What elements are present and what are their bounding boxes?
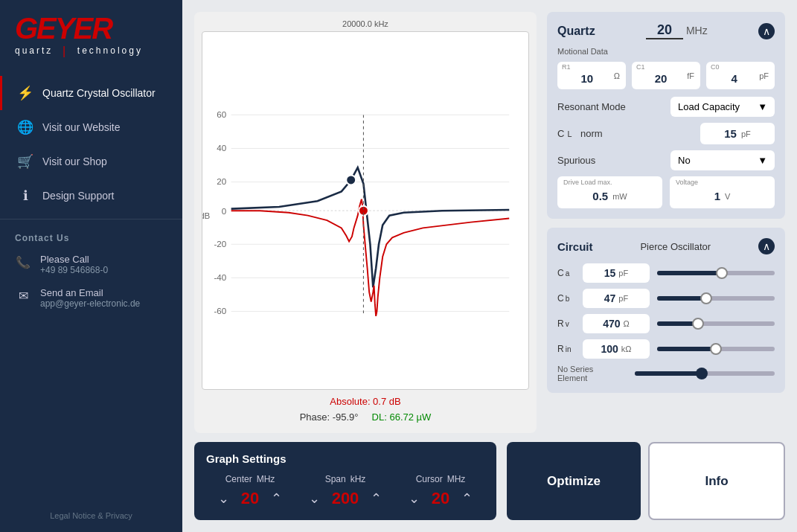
cl-row: CL norm 15 pF	[557, 123, 775, 144]
circuit-type: Pierce Oscillator	[640, 241, 711, 252]
graph-stats: Absolute: 0.7 dB Phase: -95.9° DL: 66.72…	[202, 394, 529, 426]
phone-value: +49 89 546868-0	[40, 265, 108, 275]
center-setting: Center MHz ⌄ 20 ⌃	[206, 474, 294, 510]
voltage-value: 1	[714, 190, 720, 202]
span-down-button[interactable]: ⌄	[303, 487, 326, 510]
stat-dl: DL: 66.72 µW	[372, 411, 432, 423]
main-content: 20000.0 kHz 60 40 20 0	[182, 0, 797, 532]
voltage-unit: V	[725, 192, 730, 201]
series-element-row: No Series Element	[557, 365, 775, 382]
center-value: 20	[241, 489, 259, 508]
design-support-icon: ℹ	[17, 188, 33, 204]
contact-email: ✉ Send an Email app@geyer-electronic.de	[0, 281, 182, 315]
graph-container: 60 40 20 0 dB -20 -40 -60	[202, 31, 529, 390]
span-up-button[interactable]: ⌃	[365, 487, 388, 510]
svg-point-16	[346, 176, 356, 185]
quartz-collapse-button[interactable]: ∧	[758, 23, 775, 39]
nav-label-shop: Visit our Shop	[42, 156, 107, 167]
nav-label-quartz: Quartz Crystal Oscillator	[42, 87, 156, 99]
nav-item-shop[interactable]: 🛒 Visit our Shop	[0, 144, 182, 179]
ca-label: Ca	[557, 268, 575, 278]
r1-unit: Ω	[614, 71, 620, 80]
quartz-oscillator-icon: ⚡	[17, 85, 33, 101]
quartz-freq-area: MHz	[646, 22, 708, 39]
drive-row: Drive Load max. 0.5 mW Voltage 1 V	[557, 176, 775, 208]
website-icon: 🌐	[17, 119, 33, 135]
center-unit: MHz	[257, 474, 275, 484]
span-unit: kHz	[351, 474, 366, 484]
motional-c1: C1 20 fF	[632, 62, 700, 89]
quartz-freq-input[interactable]	[646, 22, 683, 39]
span-setting: Span kHz ⌄ 200 ⌃	[301, 474, 389, 510]
svg-text:dB: dB	[202, 211, 211, 220]
drive-load-label: Drive Load max.	[563, 179, 612, 186]
motional-c0: C0 4 pF	[706, 62, 775, 89]
rv-value: 470	[603, 318, 620, 330]
circuit-collapse-button[interactable]: ∧	[758, 238, 775, 254]
series-element-label: No Series Element	[557, 365, 624, 382]
spurious-row: Spurious No ▼	[557, 150, 775, 170]
cl-unit: pF	[741, 129, 751, 138]
ca-value-box: 15 pF	[583, 263, 650, 283]
resonant-mode-value: Load Capacity	[678, 101, 740, 112]
resonant-mode-row: Resonant Mode Load Capacity ▼	[557, 97, 775, 117]
sidebar: GEYER quartz | technology ⚡ Quartz Cryst…	[0, 0, 182, 532]
spurious-label: Spurious	[557, 155, 595, 166]
center-up-button[interactable]: ⌃	[265, 487, 288, 510]
resonant-mode-dropdown[interactable]: Load Capacity ▼	[670, 97, 775, 117]
spurious-value: No	[678, 155, 691, 166]
nav-item-design-support[interactable]: ℹ Design Support	[0, 179, 182, 213]
freq-label: 20000.0 kHz	[202, 19, 529, 28]
rin-value-box: 100 kΩ	[583, 339, 650, 359]
rv-label: Rv	[557, 318, 575, 329]
info-button[interactable]: Info	[648, 442, 785, 520]
cursor-up-button[interactable]: ⌃	[455, 487, 478, 510]
ca-slider[interactable]	[657, 271, 775, 275]
logo-geyer: GEYER	[15, 13, 112, 43]
r1-label: R1	[562, 63, 571, 71]
svg-text:60: 60	[217, 110, 226, 119]
phone-icon: 📞	[15, 255, 31, 269]
series-element-slider[interactable]	[635, 371, 775, 376]
drive-load-value: 0.5	[592, 190, 608, 202]
voltage-field: Voltage 1 V	[670, 176, 775, 208]
c1-unit: fF	[687, 71, 694, 80]
graph-settings-panel: Graph Settings Center MHz ⌄ 20 ⌃	[194, 442, 496, 520]
center-down-button[interactable]: ⌄	[212, 487, 235, 510]
optimize-button[interactable]: Optimize	[507, 442, 641, 520]
logo-divider-icon: |	[63, 45, 68, 57]
rv-value-box: 470 Ω	[583, 314, 650, 333]
nav-item-website[interactable]: 🌐 Visit our Website	[0, 110, 182, 144]
span-label: Span	[325, 474, 346, 484]
c0-label: C0	[711, 63, 720, 71]
cl-sub: L	[567, 129, 572, 138]
svg-text:40: 40	[217, 144, 226, 153]
cl-input-box: 15 pF	[700, 123, 775, 144]
rv-unit: Ω	[624, 319, 630, 328]
circuit-ca-row: Ca 15 pF	[557, 263, 775, 283]
motional-r1: R1 10 Ω	[557, 62, 626, 89]
bottom-row: Graph Settings Center MHz ⌄ 20 ⌃	[194, 442, 785, 520]
voltage-label: Voltage	[676, 179, 698, 186]
contact-phone: 📞 Please Call +49 89 546868-0	[0, 248, 182, 281]
graph-panel: 20000.0 kHz 60 40 20 0	[194, 12, 537, 433]
sidebar-footer[interactable]: Legal Notice & Privacy	[0, 499, 182, 532]
cb-slider[interactable]	[657, 296, 775, 301]
rin-slider[interactable]	[657, 347, 775, 351]
phone-label: Please Call	[40, 254, 108, 265]
circuit-cb-row: Cb 47 pF	[557, 289, 775, 308]
spurious-dropdown[interactable]: No ▼	[670, 150, 775, 170]
cl-norm: norm	[580, 128, 603, 139]
ca-unit: pF	[618, 269, 628, 278]
cursor-down-button[interactable]: ⌄	[403, 487, 426, 510]
rv-slider[interactable]	[657, 321, 775, 326]
cb-unit: pF	[618, 294, 628, 303]
motional-row: R1 10 Ω C1 20 fF C0 4 pF	[557, 62, 775, 89]
right-panel: Quartz MHz ∧ Motional Data R1 10 Ω	[547, 12, 785, 433]
chevron-down-icon: ▼	[758, 101, 767, 112]
top-row: 20000.0 kHz 60 40 20 0	[194, 12, 785, 433]
quartz-unit: MHz	[686, 25, 708, 36]
nav-item-quartz-oscillator[interactable]: ⚡ Quartz Crystal Oscillator	[0, 76, 182, 110]
rin-unit: kΩ	[621, 344, 632, 353]
cl-label: CL norm	[557, 128, 603, 139]
